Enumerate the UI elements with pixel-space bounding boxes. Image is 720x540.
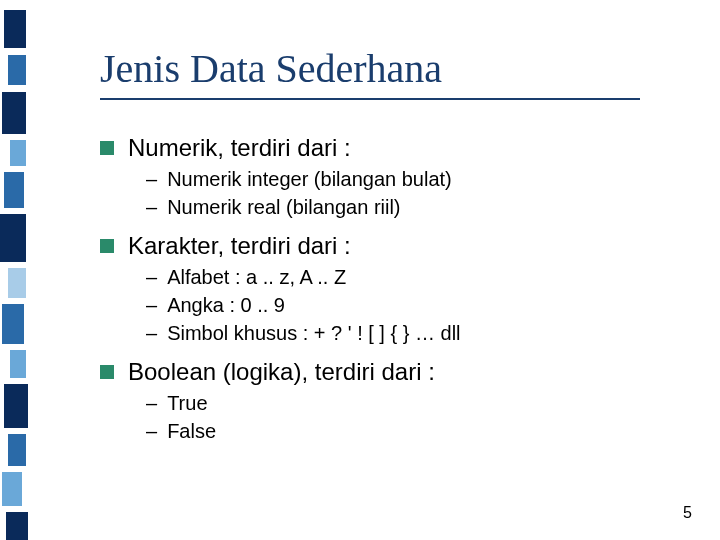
slide-content: Jenis Data Sederhana Numerik, terdiri da…	[100, 45, 680, 456]
sub-label: Numerik integer (bilangan bulat)	[167, 166, 452, 192]
sub-item: – Alfabet : a .. z, A .. Z	[146, 264, 680, 290]
dash-icon: –	[146, 320, 157, 346]
page-number: 5	[683, 504, 692, 522]
svg-rect-1	[8, 55, 26, 85]
svg-rect-2	[2, 92, 26, 134]
svg-rect-0	[4, 10, 26, 48]
slide-title: Jenis Data Sederhana	[100, 45, 680, 92]
sub-label: Numerik real (bilangan riil)	[167, 194, 400, 220]
square-bullet-icon	[100, 239, 114, 253]
sub-label: Angka : 0 .. 9	[167, 292, 285, 318]
svg-rect-12	[6, 512, 28, 540]
sub-item: – Numerik real (bilangan riil)	[146, 194, 680, 220]
dash-icon: –	[146, 166, 157, 192]
sub-label: Alfabet : a .. z, A .. Z	[167, 264, 346, 290]
dash-icon: –	[146, 264, 157, 290]
sub-label: False	[167, 418, 216, 444]
title-underline	[100, 98, 640, 100]
svg-rect-9	[4, 384, 28, 428]
dash-icon: –	[146, 194, 157, 220]
bullet-item: Karakter, terdiri dari :	[100, 232, 680, 260]
svg-rect-7	[2, 304, 24, 344]
sub-label: Simbol khusus : + ? ' ! [ ] { } … dll	[167, 320, 460, 346]
sub-list: – True – False	[146, 390, 680, 444]
svg-rect-3	[10, 140, 26, 166]
bullet-label: Boolean (logika), terdiri dari :	[128, 358, 435, 386]
side-decoration	[0, 0, 34, 540]
bullet-item: Boolean (logika), terdiri dari :	[100, 358, 680, 386]
svg-rect-6	[8, 268, 26, 298]
svg-rect-8	[10, 350, 26, 378]
square-bullet-icon	[100, 365, 114, 379]
sub-item: – Numerik integer (bilangan bulat)	[146, 166, 680, 192]
sub-list: – Alfabet : a .. z, A .. Z – Angka : 0 .…	[146, 264, 680, 346]
square-bullet-icon	[100, 141, 114, 155]
sub-item: – Angka : 0 .. 9	[146, 292, 680, 318]
sub-item: – True	[146, 390, 680, 416]
bullet-label: Numerik, terdiri dari :	[128, 134, 351, 162]
sub-label: True	[167, 390, 207, 416]
svg-rect-5	[0, 214, 26, 262]
sub-list: – Numerik integer (bilangan bulat) – Num…	[146, 166, 680, 220]
svg-rect-10	[8, 434, 26, 466]
bullet-item: Numerik, terdiri dari :	[100, 134, 680, 162]
sub-item: – False	[146, 418, 680, 444]
dash-icon: –	[146, 418, 157, 444]
sub-item: – Simbol khusus : + ? ' ! [ ] { } … dll	[146, 320, 680, 346]
dash-icon: –	[146, 390, 157, 416]
svg-rect-4	[4, 172, 24, 208]
bullet-label: Karakter, terdiri dari :	[128, 232, 351, 260]
dash-icon: –	[146, 292, 157, 318]
svg-rect-11	[2, 472, 22, 506]
